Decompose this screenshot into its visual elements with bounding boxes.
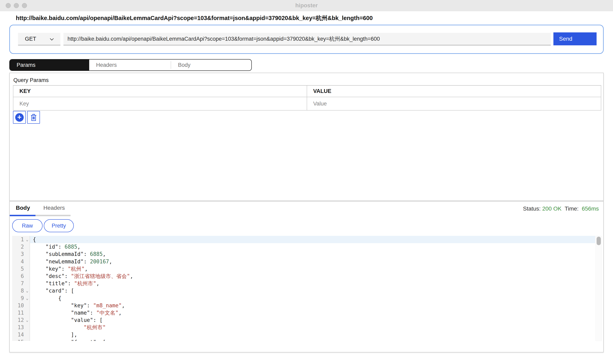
- code-line: 12⌄ "value": [: [12, 316, 602, 324]
- line-number: 15: [12, 338, 25, 341]
- collapse-caret-icon[interactable]: ⌄: [25, 295, 30, 302]
- gutter-spacer: [25, 309, 30, 316]
- query-params-table: KEY VALUE: [13, 85, 601, 111]
- code-line: 1⌄{: [12, 236, 602, 243]
- code-line: 2 "id": 6885,: [12, 243, 602, 250]
- line-number: 4: [12, 258, 25, 265]
- collapse-caret-icon[interactable]: ⌄: [25, 287, 30, 294]
- code-line-text: "id": 6885,: [30, 243, 595, 250]
- line-number: 14: [12, 331, 25, 338]
- gutter-spacer: [25, 258, 30, 265]
- query-params-panel: Query Params KEY VALUE +: [9, 73, 604, 201]
- response-panel: Body Headers Status: 200 OK Time: 656ms …: [9, 201, 604, 352]
- tab-params[interactable]: Params: [10, 60, 89, 70]
- code-line-text: "card": [: [30, 287, 595, 294]
- request-url-heading: http://baike.baidu.com/api/openapi/Baike…: [16, 14, 373, 22]
- gutter-spacer: [25, 250, 30, 258]
- request-tabs: Params Headers Body: [9, 59, 252, 71]
- tab-body[interactable]: Body: [171, 60, 251, 70]
- vertical-scrollbar[interactable]: [596, 236, 602, 341]
- response-body-viewer[interactable]: 1⌄{2 "id": 6885,3 "subLemmaId": 6885,4 "…: [12, 236, 602, 341]
- collapse-caret-icon[interactable]: ⌄: [25, 316, 30, 324]
- trash-icon: [30, 113, 37, 121]
- column-header-value: VALUE: [313, 88, 332, 94]
- gutter-spacer: [25, 265, 30, 273]
- code-line-text: "杭州市": [30, 324, 595, 331]
- line-number: 13: [12, 324, 25, 331]
- code-line: 10 "key": "m8_name",: [12, 302, 602, 309]
- line-number: 5: [12, 265, 25, 273]
- table-row: [13, 97, 601, 110]
- query-params-title: Query Params: [13, 77, 49, 83]
- window-titlebar: hiposter: [0, 0, 613, 11]
- code-line-text: "desc": "浙江省辖地级市、省会",: [30, 273, 595, 280]
- code-line: 13 "杭州市": [12, 324, 602, 331]
- scrollbar-thumb[interactable]: [597, 237, 601, 245]
- gutter-spacer: [25, 280, 30, 287]
- time-value: 656ms: [582, 206, 599, 212]
- code-line-text: "format": [: [30, 338, 595, 341]
- status-value: 200 OK: [542, 206, 561, 212]
- code-line: 9⌄ {: [12, 295, 602, 302]
- window-title: hiposter: [0, 2, 613, 9]
- gutter-spacer: [25, 243, 30, 250]
- param-key-input[interactable]: [19, 101, 292, 107]
- request-bar-panel: GET Send: [9, 25, 604, 54]
- code-line-text: {: [30, 236, 595, 243]
- code-line-text: "key": "m8_name",: [30, 302, 595, 309]
- line-number: 11: [12, 309, 25, 316]
- param-value-input[interactable]: [313, 101, 586, 107]
- tab-underline-track: [35, 215, 70, 216]
- gutter-spacer: [25, 302, 30, 309]
- tab-body-label: Body: [178, 62, 191, 68]
- status-label: Status:: [523, 206, 541, 212]
- code-line-text: "value": [: [30, 316, 595, 324]
- gutter-spacer: [25, 338, 30, 341]
- line-number: 7: [12, 280, 25, 287]
- tab-headers[interactable]: Headers: [89, 60, 171, 70]
- line-number: 6: [12, 273, 25, 280]
- tab-response-body[interactable]: Body: [16, 205, 30, 211]
- delete-param-button[interactable]: [27, 111, 40, 124]
- gutter-spacer: [25, 324, 30, 331]
- code-line-text: "key": "杭州",: [30, 265, 595, 273]
- plus-icon: +: [15, 113, 24, 122]
- code-line: 3 "subLemmaId": 6885,: [12, 250, 602, 258]
- code-line: 6 "desc": "浙江省辖地级市、省会",: [12, 273, 602, 280]
- method-select-value: GET: [18, 36, 36, 42]
- tab-response-headers[interactable]: Headers: [43, 205, 65, 211]
- code-line: 7 "title": "杭州市",: [12, 280, 602, 287]
- add-param-button[interactable]: +: [13, 111, 26, 124]
- send-button[interactable]: Send: [553, 32, 597, 45]
- active-tab-underline: [10, 215, 35, 216]
- column-header-key: KEY: [19, 88, 31, 94]
- code-line-text: "name": "中文名",: [30, 309, 595, 316]
- code-line: 14 ],: [12, 331, 602, 338]
- url-input[interactable]: [63, 33, 551, 45]
- line-number: 8: [12, 287, 25, 294]
- code-line-text: "newLemmaId": 200167,: [30, 258, 595, 265]
- line-number: 3: [12, 250, 25, 258]
- response-status-line: Status: 200 OK Time: 656ms: [523, 206, 599, 212]
- code-lines: 1⌄{2 "id": 6885,3 "subLemmaId": 6885,4 "…: [12, 236, 602, 341]
- time-label: Time:: [565, 206, 579, 212]
- code-line: 8⌄ "card": [: [12, 287, 602, 294]
- tab-params-label: Params: [17, 62, 35, 68]
- code-line: 11 "name": "中文名",: [12, 309, 602, 316]
- code-line: 5 "key": "杭州",: [12, 265, 602, 273]
- pretty-view-button[interactable]: Pretty: [44, 219, 74, 232]
- line-number: 12: [12, 316, 25, 324]
- raw-view-button[interactable]: Raw: [12, 219, 42, 232]
- code-line-text: {: [30, 295, 595, 302]
- collapse-caret-icon[interactable]: ⌄: [25, 236, 30, 243]
- method-select[interactable]: GET: [18, 33, 60, 45]
- gutter-spacer: [25, 331, 30, 338]
- code-line: 4 "newLemmaId": 200167,: [12, 258, 602, 265]
- tab-headers-label: Headers: [96, 62, 117, 68]
- line-number: 1: [12, 236, 25, 243]
- line-number: 9: [12, 295, 25, 302]
- chevron-down-icon: [50, 37, 54, 40]
- line-number: 10: [12, 302, 25, 309]
- gutter-spacer: [25, 273, 30, 280]
- code-line-text: "subLemmaId": 6885,: [30, 250, 595, 258]
